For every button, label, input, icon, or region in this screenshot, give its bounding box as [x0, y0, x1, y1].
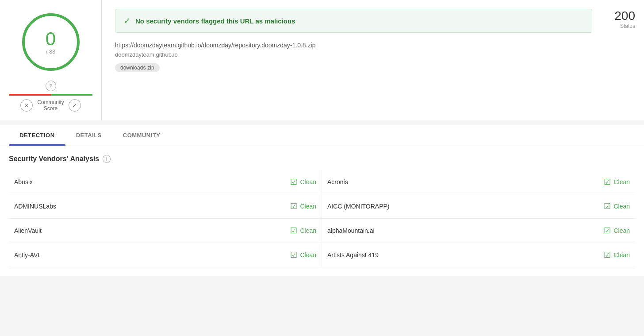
- vendor-name: Acronis: [327, 178, 599, 185]
- status-text: Clean: [300, 203, 316, 210]
- tab-details[interactable]: DETAILS: [65, 125, 112, 146]
- question-icon: ?: [46, 81, 56, 91]
- community-score-controls: × Community Score ✓: [20, 99, 81, 112]
- check-icon: ☑: [290, 177, 297, 187]
- url-tag: downloads-zip: [115, 63, 160, 72]
- no-flag-text: No security vendors flagged this URL as …: [135, 17, 295, 25]
- vendor-name: ADMINUSLabs: [14, 203, 286, 210]
- tab-community[interactable]: COMMUNITY: [112, 125, 171, 146]
- vendor-status: ☑ Clean: [290, 201, 316, 211]
- tab-detection[interactable]: DETECTION: [9, 125, 65, 146]
- url-full: https://doomzdayteam.github.io/doomzday/…: [115, 42, 592, 49]
- vendor-status: ☑ Clean: [290, 250, 316, 260]
- section-title-row: Security Vendors' Analysis i: [9, 155, 635, 163]
- vendor-cell-right: Acronis ☑ Clean: [322, 170, 635, 194]
- url-domain: doomzdayteam.github.io: [115, 51, 592, 58]
- check-icon: ☑: [290, 226, 297, 236]
- info-panel: ✓ No security vendors flagged this URL a…: [102, 0, 606, 120]
- vendor-name: Artists Against 419: [327, 251, 599, 259]
- status-text: Clean: [613, 203, 630, 210]
- vendor-name: AlienVault: [14, 227, 286, 234]
- thumbs-down-button[interactable]: ×: [20, 99, 33, 112]
- main-content: Security Vendors' Analysis i Abusix ☑ Cl…: [0, 146, 644, 276]
- vendor-cell-right: alphaMountain.ai ☑ Clean: [322, 219, 635, 243]
- status-text: Clean: [613, 251, 630, 259]
- table-row: AlienVault ☑ Clean alphaMountain.ai ☑ Cl…: [9, 219, 635, 243]
- vendor-cell-right: AICC (MONITORAPP) ☑ Clean: [322, 194, 635, 218]
- tabs-row: DETECTION DETAILS COMMUNITY: [9, 125, 635, 146]
- status-text: Clean: [300, 178, 316, 185]
- vendor-cell-left: AlienVault ☑ Clean: [9, 219, 322, 243]
- status-text: Clean: [300, 251, 316, 259]
- vendor-cell-left: Abusix ☑ Clean: [9, 170, 322, 194]
- status-text: Clean: [300, 227, 316, 234]
- bar-red: [9, 94, 51, 96]
- vendor-status: ☑ Clean: [604, 201, 630, 211]
- tabs-section: DETECTION DETAILS COMMUNITY: [0, 125, 644, 146]
- vendor-name: alphaMountain.ai: [327, 227, 599, 234]
- status-text: Clean: [613, 227, 630, 234]
- vendor-name: AICC (MONITORAPP): [327, 203, 599, 210]
- vendor-status: ☑ Clean: [290, 226, 316, 236]
- community-score-label: Community Score: [37, 99, 64, 112]
- status-text: Clean: [613, 178, 630, 185]
- check-icon: ☑: [604, 226, 611, 236]
- section-title-text: Security Vendors' Analysis: [9, 155, 99, 163]
- score-value: 0: [46, 30, 56, 48]
- info-icon: i: [103, 155, 111, 163]
- vendor-table: Abusix ☑ Clean Acronis ☑ Clean ADMINU: [9, 170, 635, 267]
- score-denominator: / 88: [46, 48, 56, 55]
- score-panel: 0 / 88 ? × Community Score ✓: [0, 0, 102, 120]
- check-circle-icon: ✓: [123, 15, 131, 26]
- community-score-section: ? × Community Score ✓: [9, 81, 92, 112]
- vendor-cell-left: ADMINUSLabs ☑ Clean: [9, 194, 322, 218]
- check-icon: ☑: [604, 250, 611, 260]
- vendor-status: ☑ Clean: [604, 250, 630, 260]
- check-icon: ☑: [290, 201, 297, 211]
- vendor-status: ☑ Clean: [290, 177, 316, 187]
- vendor-cell-right: Artists Against 419 ☑ Clean: [322, 243, 635, 267]
- status-code: 200: [614, 9, 635, 23]
- table-row: Antiy-AVL ☑ Clean Artists Against 419 ☑ …: [9, 243, 635, 267]
- page-container: 0 / 88 ? × Community Score ✓: [0, 0, 644, 336]
- score-circle: 0 / 88: [22, 13, 80, 71]
- check-icon: ☑: [604, 177, 611, 187]
- check-icon: ☑: [604, 201, 611, 211]
- thumbs-up-button[interactable]: ✓: [69, 99, 81, 112]
- table-row: Abusix ☑ Clean Acronis ☑ Clean: [9, 170, 635, 194]
- table-row: ADMINUSLabs ☑ Clean AICC (MONITORAPP) ☑ …: [9, 194, 635, 219]
- vendor-status: ☑ Clean: [604, 226, 630, 236]
- status-label: Status: [620, 23, 635, 29]
- vendor-status: ☑ Clean: [604, 177, 630, 187]
- bar-green: [51, 94, 93, 96]
- vendor-name: Antiy-AVL: [14, 251, 286, 259]
- vendor-name: Abusix: [14, 178, 286, 185]
- check-icon: ☑: [290, 250, 297, 260]
- score-bar: [9, 94, 92, 96]
- no-flag-banner: ✓ No security vendors flagged this URL a…: [115, 9, 592, 33]
- status-block: 200 Status: [606, 0, 644, 120]
- vendor-cell-left: Antiy-AVL ☑ Clean: [9, 243, 322, 267]
- top-section: 0 / 88 ? × Community Score ✓: [0, 0, 644, 120]
